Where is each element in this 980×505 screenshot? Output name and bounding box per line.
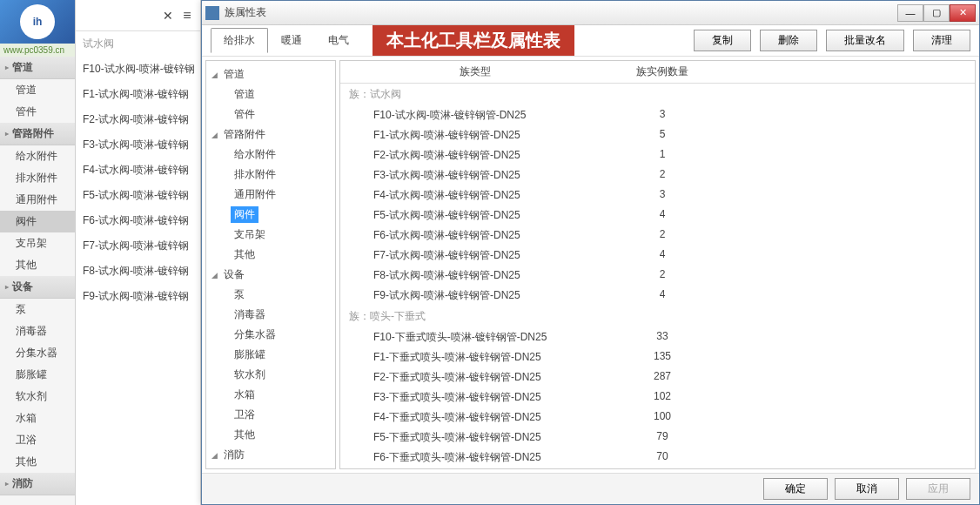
dialog-title: 族属性表 <box>225 5 897 20</box>
ok-button[interactable]: 确定 <box>763 478 828 500</box>
tab[interactable]: 给排水 <box>211 28 268 53</box>
sidebar-item[interactable]: 卫浴 <box>0 429 75 451</box>
table-row[interactable]: F10-下垂式喷头-喷淋-镀锌钢管-DN2533 <box>340 327 975 347</box>
sidebar-item[interactable]: 阀件 <box>0 211 75 232</box>
sidebar-item[interactable]: 给水附件 <box>0 145 75 167</box>
table-row[interactable]: F8-试水阀-喷淋-镀锌钢管-DN252 <box>340 266 975 286</box>
app-logo: ih <box>0 0 75 44</box>
sidebar-group-header[interactable]: 管路附件 <box>0 123 75 145</box>
list-item[interactable]: F6-试水阀-喷淋-镀锌钢 <box>76 208 200 233</box>
sidebar-item[interactable]: 分集水器 <box>0 342 75 364</box>
tree-node[interactable]: 膨胀罐 <box>206 345 335 365</box>
table-row[interactable]: F1-下垂式喷头-喷淋-镀锌钢管-DN25135 <box>340 347 975 367</box>
banner-label: 本土化工具栏及属性表 <box>373 25 574 56</box>
sidebar-item[interactable]: 膨胀罐 <box>0 364 75 386</box>
list-item[interactable]: F5-试水阀-喷淋-镀锌钢 <box>76 183 200 208</box>
table-row[interactable]: F3-试水阀-喷淋-镀锌钢管-DN252 <box>340 165 975 185</box>
sidebar-item[interactable]: 消毒器 <box>0 320 75 342</box>
sidebar-item[interactable]: 其他 <box>0 254 75 276</box>
table-row[interactable]: F5-下垂式喷头-喷淋-镀锌钢管-DN2579 <box>340 428 975 448</box>
table-row[interactable]: F1-试水阀-喷淋-镀锌钢管-DN255 <box>340 125 975 145</box>
tree-node[interactable]: 其他 <box>206 425 335 445</box>
table-row[interactable]: F9-试水阀-喷淋-镀锌钢管-DN254 <box>340 286 975 306</box>
table-row[interactable]: F5-试水阀-喷淋-镀锌钢管-DN254 <box>340 205 975 226</box>
table-group-row[interactable]: 族：喷头-下垂式 <box>340 306 975 327</box>
tree-node[interactable]: 消毒器 <box>206 305 335 325</box>
tree-node[interactable]: 管件 <box>206 104 335 125</box>
left-sidebar: ih www.pc0359.cn 管道管道管件管路附件给水附件排水附件通用附件阀… <box>0 0 76 505</box>
tree-node[interactable]: 泵 <box>206 285 335 305</box>
tree-node[interactable]: 支吊架 <box>206 225 335 245</box>
copy-button[interactable]: 复制 <box>694 30 751 51</box>
list-item[interactable]: F7-试水阀-喷淋-镀锌钢 <box>76 233 200 259</box>
sidebar-item[interactable]: 水箱 <box>0 407 75 429</box>
tree-node[interactable]: 分集水器 <box>206 325 335 345</box>
sidebar-group-header[interactable]: 管道 <box>0 57 75 79</box>
sidebar-item[interactable]: 支吊架 <box>0 232 75 254</box>
clean-button[interactable]: 清理 <box>913 30 970 51</box>
table-row[interactable]: F4-下垂式喷头-喷淋-镀锌钢管-DN25100 <box>340 407 975 428</box>
apply-button[interactable]: 应用 <box>906 478 970 500</box>
tab[interactable]: 电气 <box>315 28 362 53</box>
close-icon[interactable]: ✕ <box>160 8 176 24</box>
rename-button[interactable]: 批量改名 <box>826 30 904 51</box>
table-group-row[interactable]: 族：试水阀 <box>340 84 975 105</box>
middle-list: ✕ 试水阀 F10-试水阀-喷淋-镀锌钢F1-试水阀-喷淋-镀锌钢F2-试水阀-… <box>76 0 201 505</box>
table-row[interactable]: F4-试水阀-喷淋-镀锌钢管-DN253 <box>340 185 975 205</box>
delete-button[interactable]: 删除 <box>760 30 817 51</box>
tree-node[interactable]: ◢消防 <box>206 445 335 465</box>
tab[interactable]: 暖通 <box>268 28 315 53</box>
dialog-toolbar: 给排水暖通电气 本土化工具栏及属性表 复制 删除 批量改名 清理 <box>202 25 979 57</box>
app-icon <box>205 6 219 20</box>
list-item[interactable]: F8-试水阀-喷淋-镀锌钢 <box>76 259 200 284</box>
tree-node[interactable]: 阀件 <box>206 205 335 225</box>
sidebar-item[interactable]: 管道 <box>0 79 75 101</box>
list-item[interactable]: F9-试水阀-喷淋-镀锌钢 <box>76 284 200 309</box>
list-item[interactable]: F2-试水阀-喷淋-镀锌钢 <box>76 107 200 132</box>
list-item[interactable]: F1-试水阀-喷淋-镀锌钢 <box>76 82 200 107</box>
sidebar-group-header[interactable]: 消防 <box>0 473 75 495</box>
maximize-button[interactable]: ▢ <box>923 4 950 22</box>
tree-panel: ◢管道管道管件◢管路附件给水附件排水附件通用附件阀件支吊架其他◢设备泵消毒器分集… <box>205 60 336 469</box>
minimize-button[interactable]: — <box>897 4 923 22</box>
tree-node[interactable]: ◢设备 <box>206 265 335 285</box>
tree-node[interactable]: 管道 <box>206 84 335 104</box>
table-row[interactable]: F3-下垂式喷头-喷淋-镀锌钢管-DN25102 <box>340 387 975 407</box>
col-header-count[interactable]: 族实例数量 <box>610 64 715 79</box>
menu-icon[interactable] <box>179 8 195 24</box>
url-label: www.pc0359.cn <box>0 44 75 57</box>
sidebar-item[interactable]: 软水剂 <box>0 386 75 407</box>
list-item[interactable]: F10-试水阀-喷淋-镀锌钢 <box>76 57 200 82</box>
table-row[interactable]: F7-试水阀-喷淋-镀锌钢管-DN254 <box>340 246 975 266</box>
sidebar-item[interactable]: 管件 <box>0 101 75 123</box>
dialog-footer: 确定 取消 应用 <box>202 473 979 504</box>
table-row[interactable]: F2-下垂式喷头-喷淋-镀锌钢管-DN25287 <box>340 367 975 387</box>
middle-title: 试水阀 <box>76 31 200 57</box>
table-row[interactable]: F6-下垂式喷头-喷淋-镀锌钢管-DN2570 <box>340 448 975 468</box>
table-row[interactable]: F6-试水阀-喷淋-镀锌钢管-DN252 <box>340 226 975 246</box>
sidebar-item[interactable]: 其他 <box>0 451 75 473</box>
sidebar-item[interactable]: 泵 <box>0 299 75 320</box>
tree-node[interactable]: 排水附件 <box>206 165 335 185</box>
col-header-type[interactable]: 族类型 <box>340 64 610 79</box>
table-row[interactable]: F2-试水阀-喷淋-镀锌钢管-DN251 <box>340 145 975 165</box>
sidebar-group-header[interactable]: 设备 <box>0 276 75 299</box>
table-row[interactable]: F10-试水阀-喷淋-镀锌钢管-DN253 <box>340 105 975 125</box>
table-panel: 族类型 族实例数量 族：试水阀F10-试水阀-喷淋-镀锌钢管-DN253F1-试… <box>339 60 976 469</box>
tree-node[interactable]: 其他 <box>206 245 335 265</box>
list-item[interactable]: F4-试水阀-喷淋-镀锌钢 <box>76 158 200 183</box>
cancel-button[interactable]: 取消 <box>835 478 899 500</box>
sidebar-item[interactable]: 排水附件 <box>0 167 75 189</box>
tree-node[interactable]: ◢管道 <box>206 64 335 84</box>
tree-node[interactable]: 给水附件 <box>206 145 335 165</box>
tree-node[interactable]: 喷头 <box>206 465 335 469</box>
close-button[interactable]: ✕ <box>950 4 976 22</box>
list-item[interactable]: F3-试水阀-喷淋-镀锌钢 <box>76 132 200 158</box>
tree-node[interactable]: ◢管路附件 <box>206 125 335 145</box>
tree-node[interactable]: 通用附件 <box>206 185 335 205</box>
tree-node[interactable]: 水箱 <box>206 385 335 405</box>
tree-node[interactable]: 软水剂 <box>206 365 335 385</box>
tree-node[interactable]: 卫浴 <box>206 405 335 425</box>
dialog-titlebar[interactable]: 族属性表 — ▢ ✕ <box>202 1 979 25</box>
sidebar-item[interactable]: 通用附件 <box>0 189 75 211</box>
